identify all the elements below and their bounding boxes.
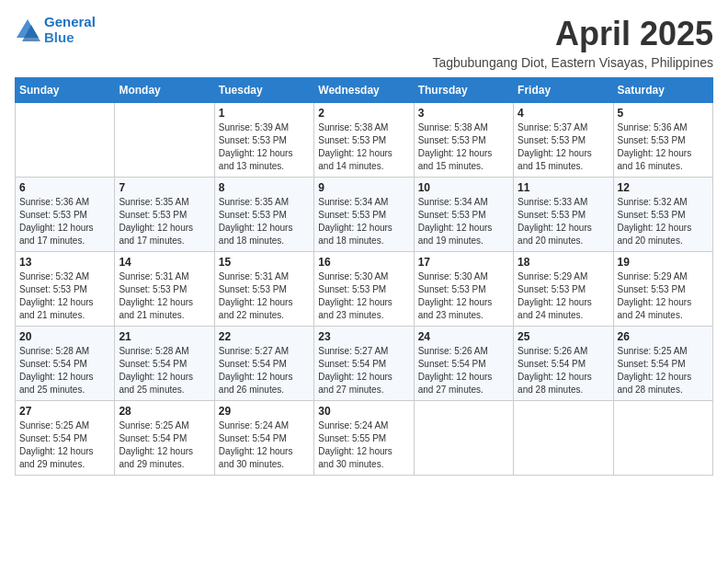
day-info: Sunrise: 5:32 AM Sunset: 5:53 PM Dayligh… — [618, 196, 709, 247]
day-info: Sunrise: 5:36 AM Sunset: 5:53 PM Dayligh… — [19, 196, 110, 247]
calendar-cell: 6Sunrise: 5:36 AM Sunset: 5:53 PM Daylig… — [16, 178, 115, 252]
day-info: Sunrise: 5:34 AM Sunset: 5:53 PM Dayligh… — [418, 196, 509, 247]
day-number: 3 — [418, 107, 509, 120]
day-info: Sunrise: 5:27 AM Sunset: 5:54 PM Dayligh… — [219, 345, 310, 396]
calendar-cell: 7Sunrise: 5:35 AM Sunset: 5:53 PM Daylig… — [115, 178, 214, 252]
calendar-cell: 8Sunrise: 5:35 AM Sunset: 5:53 PM Daylig… — [214, 178, 313, 252]
weekday-header-thursday: Thursday — [414, 78, 513, 103]
day-info: Sunrise: 5:36 AM Sunset: 5:53 PM Dayligh… — [618, 121, 709, 173]
day-number: 18 — [518, 256, 609, 269]
calendar-cell: 22Sunrise: 5:27 AM Sunset: 5:54 PM Dayli… — [214, 327, 313, 401]
calendar-week-2: 6Sunrise: 5:36 AM Sunset: 5:53 PM Daylig… — [16, 178, 713, 252]
day-info: Sunrise: 5:29 AM Sunset: 5:53 PM Dayligh… — [518, 270, 609, 322]
day-info: Sunrise: 5:27 AM Sunset: 5:54 PM Dayligh… — [318, 345, 409, 396]
calendar-cell: 4Sunrise: 5:37 AM Sunset: 5:53 PM Daylig… — [514, 103, 613, 178]
title-block: April 2025 Tagbubungang Diot, Eastern Vi… — [432, 15, 713, 70]
day-number: 20 — [19, 330, 110, 343]
day-number: 25 — [518, 330, 609, 343]
day-info: Sunrise: 5:24 AM Sunset: 5:54 PM Dayligh… — [219, 419, 310, 471]
calendar-cell — [115, 103, 214, 178]
calendar-cell: 26Sunrise: 5:25 AM Sunset: 5:54 PM Dayli… — [613, 327, 712, 401]
calendar-cell: 5Sunrise: 5:36 AM Sunset: 5:53 PM Daylig… — [613, 103, 712, 178]
calendar-cell: 24Sunrise: 5:26 AM Sunset: 5:54 PM Dayli… — [414, 327, 513, 401]
calendar-header-row: SundayMondayTuesdayWednesdayThursdayFrid… — [16, 78, 713, 103]
logo-text: General Blue — [44, 15, 96, 45]
calendar-cell: 30Sunrise: 5:24 AM Sunset: 5:55 PM Dayli… — [314, 401, 414, 476]
calendar-cell: 2Sunrise: 5:38 AM Sunset: 5:53 PM Daylig… — [314, 103, 414, 178]
page-header: General Blue April 2025 Tagbubungang Dio… — [15, 15, 713, 70]
day-info: Sunrise: 5:28 AM Sunset: 5:54 PM Dayligh… — [119, 345, 210, 396]
calendar-cell: 13Sunrise: 5:32 AM Sunset: 5:53 PM Dayli… — [16, 252, 115, 327]
calendar-week-3: 13Sunrise: 5:32 AM Sunset: 5:53 PM Dayli… — [16, 252, 713, 327]
day-number: 9 — [318, 181, 409, 194]
day-info: Sunrise: 5:35 AM Sunset: 5:53 PM Dayligh… — [119, 196, 210, 247]
calendar-cell: 21Sunrise: 5:28 AM Sunset: 5:54 PM Dayli… — [115, 327, 214, 401]
weekday-header-tuesday: Tuesday — [214, 78, 313, 103]
calendar-week-1: 1Sunrise: 5:39 AM Sunset: 5:53 PM Daylig… — [16, 103, 713, 178]
calendar-cell: 20Sunrise: 5:28 AM Sunset: 5:54 PM Dayli… — [16, 327, 115, 401]
day-number: 22 — [219, 330, 310, 343]
day-number: 8 — [219, 181, 310, 194]
calendar-cell: 29Sunrise: 5:24 AM Sunset: 5:54 PM Dayli… — [214, 401, 313, 476]
calendar-cell: 16Sunrise: 5:30 AM Sunset: 5:53 PM Dayli… — [314, 252, 414, 327]
day-number: 26 — [618, 330, 709, 343]
calendar-cell: 25Sunrise: 5:26 AM Sunset: 5:54 PM Dayli… — [514, 327, 613, 401]
day-info: Sunrise: 5:26 AM Sunset: 5:54 PM Dayligh… — [418, 345, 509, 396]
day-number: 12 — [618, 181, 709, 194]
calendar-cell: 9Sunrise: 5:34 AM Sunset: 5:53 PM Daylig… — [314, 178, 414, 252]
calendar-cell: 11Sunrise: 5:33 AM Sunset: 5:53 PM Dayli… — [514, 178, 613, 252]
weekday-header-saturday: Saturday — [613, 78, 712, 103]
day-info: Sunrise: 5:38 AM Sunset: 5:53 PM Dayligh… — [418, 121, 509, 173]
day-info: Sunrise: 5:25 AM Sunset: 5:54 PM Dayligh… — [618, 345, 709, 396]
calendar-cell: 23Sunrise: 5:27 AM Sunset: 5:54 PM Dayli… — [314, 327, 414, 401]
weekday-header-friday: Friday — [514, 78, 613, 103]
day-info: Sunrise: 5:31 AM Sunset: 5:53 PM Dayligh… — [219, 270, 310, 322]
day-info: Sunrise: 5:39 AM Sunset: 5:53 PM Dayligh… — [219, 121, 310, 173]
weekday-header-monday: Monday — [115, 78, 214, 103]
day-number: 21 — [119, 330, 210, 343]
day-number: 23 — [318, 330, 409, 343]
day-info: Sunrise: 5:34 AM Sunset: 5:53 PM Dayligh… — [318, 196, 409, 247]
day-number: 28 — [119, 405, 210, 418]
location: Tagbubungang Diot, Eastern Visayas, Phil… — [432, 55, 713, 70]
weekday-header-wednesday: Wednesday — [314, 78, 414, 103]
calendar-cell: 3Sunrise: 5:38 AM Sunset: 5:53 PM Daylig… — [414, 103, 513, 178]
day-number: 27 — [19, 405, 110, 418]
day-number: 13 — [19, 256, 110, 269]
day-info: Sunrise: 5:30 AM Sunset: 5:53 PM Dayligh… — [418, 270, 509, 322]
calendar-cell: 10Sunrise: 5:34 AM Sunset: 5:53 PM Dayli… — [414, 178, 513, 252]
day-number: 30 — [318, 405, 409, 418]
day-number: 1 — [219, 107, 310, 120]
day-info: Sunrise: 5:30 AM Sunset: 5:53 PM Dayligh… — [318, 270, 409, 322]
calendar-cell — [514, 401, 613, 476]
calendar-cell: 15Sunrise: 5:31 AM Sunset: 5:53 PM Dayli… — [214, 252, 313, 327]
calendar-week-4: 20Sunrise: 5:28 AM Sunset: 5:54 PM Dayli… — [16, 327, 713, 401]
day-number: 2 — [318, 107, 409, 120]
day-number: 14 — [119, 256, 210, 269]
day-info: Sunrise: 5:25 AM Sunset: 5:54 PM Dayligh… — [19, 419, 110, 471]
day-info: Sunrise: 5:35 AM Sunset: 5:53 PM Dayligh… — [219, 196, 310, 247]
day-info: Sunrise: 5:24 AM Sunset: 5:55 PM Dayligh… — [318, 419, 409, 471]
day-number: 7 — [119, 181, 210, 194]
day-info: Sunrise: 5:31 AM Sunset: 5:53 PM Dayligh… — [119, 270, 210, 322]
day-number: 16 — [318, 256, 409, 269]
day-number: 29 — [219, 405, 310, 418]
weekday-header-sunday: Sunday — [16, 78, 115, 103]
logo: General Blue — [15, 15, 96, 45]
calendar-cell: 18Sunrise: 5:29 AM Sunset: 5:53 PM Dayli… — [514, 252, 613, 327]
calendar-cell: 19Sunrise: 5:29 AM Sunset: 5:53 PM Dayli… — [613, 252, 712, 327]
calendar-cell: 17Sunrise: 5:30 AM Sunset: 5:53 PM Dayli… — [414, 252, 513, 327]
day-info: Sunrise: 5:28 AM Sunset: 5:54 PM Dayligh… — [19, 345, 110, 396]
day-number: 11 — [518, 181, 609, 194]
calendar-cell — [414, 401, 513, 476]
calendar-cell: 14Sunrise: 5:31 AM Sunset: 5:53 PM Dayli… — [115, 252, 214, 327]
logo-general: General — [44, 14, 96, 29]
day-number: 19 — [618, 256, 709, 269]
day-number: 4 — [518, 107, 609, 120]
logo-icon — [15, 17, 40, 43]
month-year: April 2025 — [432, 15, 713, 53]
calendar-table: SundayMondayTuesdayWednesdayThursdayFrid… — [15, 77, 713, 476]
day-number: 6 — [19, 181, 110, 194]
day-info: Sunrise: 5:25 AM Sunset: 5:54 PM Dayligh… — [119, 419, 210, 471]
day-number: 17 — [418, 256, 509, 269]
